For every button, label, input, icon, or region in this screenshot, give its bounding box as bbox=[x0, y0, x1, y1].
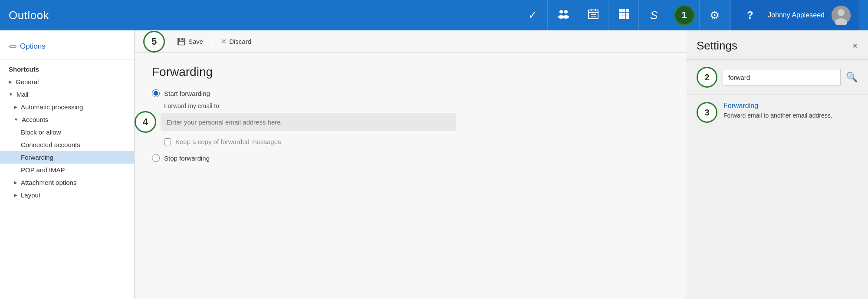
number-1-badge-btn[interactable]: 1 bbox=[669, 0, 700, 30]
start-forwarding-row: Start forwarding bbox=[152, 89, 668, 97]
start-forwarding-label[interactable]: Start forwarding bbox=[164, 90, 210, 97]
keep-copy-label[interactable]: Keep a copy of forwarded messages bbox=[175, 138, 281, 145]
sidebar-item-shortcuts-label: Shortcuts bbox=[9, 66, 39, 73]
apps-icon bbox=[618, 8, 629, 22]
topnav-icon-group: ✓ S 1 ⚙ bbox=[517, 0, 730, 30]
sidebar-item-layout-label: Layout bbox=[21, 191, 40, 199]
topnav-right: ? Johnny Appleseed bbox=[730, 0, 859, 30]
svg-rect-15 bbox=[626, 13, 629, 16]
sidebar-item-attachment-options-label: Attachment options bbox=[21, 179, 76, 186]
toolbar-number-5-badge: 5 bbox=[143, 31, 165, 53]
svg-rect-17 bbox=[622, 16, 625, 19]
svg-rect-11 bbox=[622, 9, 625, 12]
people-icon bbox=[557, 8, 569, 23]
main-layout: ⇦ Options Shortcuts General Mail Automat… bbox=[0, 30, 868, 299]
start-forwarding-radio[interactable] bbox=[152, 89, 160, 97]
forwarding-result-link[interactable]: Forwarding bbox=[723, 102, 832, 110]
settings-result-content: Forwarding Forward email to another emai… bbox=[723, 102, 832, 123]
tasks-icon: ✓ bbox=[528, 9, 537, 21]
forward-my-email-label: Forward my email to: bbox=[164, 102, 668, 109]
sidebar-item-layout[interactable]: Layout bbox=[0, 189, 134, 201]
app-logo: Outlook bbox=[9, 9, 49, 22]
options-label: Options bbox=[20, 42, 46, 51]
keep-copy-row: Keep a copy of forwarded messages bbox=[164, 138, 668, 145]
stop-forwarding-radio[interactable] bbox=[152, 154, 160, 162]
stop-forwarding-label[interactable]: Stop forwarding bbox=[164, 154, 210, 162]
form-area: Forwarding Start forwarding Forward my e… bbox=[135, 53, 686, 299]
settings-icon-btn[interactable]: ⚙ bbox=[700, 0, 730, 30]
settings-close-button[interactable]: × bbox=[852, 41, 858, 51]
number-2-badge: 2 bbox=[697, 67, 717, 88]
topnav: Outlook ✓ S 1 ⚙ bbox=[0, 0, 868, 30]
sidebar-item-automatic-processing-label: Automatic processing bbox=[21, 103, 83, 111]
sidebar-item-block-or-allow[interactable]: Block or allow bbox=[0, 126, 134, 138]
toolbar-separator bbox=[212, 36, 212, 47]
sidebar-item-forwarding[interactable]: Forwarding bbox=[0, 151, 134, 164]
stop-forwarding-row: Stop forwarding bbox=[152, 154, 668, 162]
back-icon: ⇦ bbox=[9, 41, 16, 52]
email-input[interactable] bbox=[161, 113, 456, 131]
svg-rect-14 bbox=[622, 13, 625, 16]
tasks-icon-btn[interactable]: ✓ bbox=[517, 0, 548, 30]
search-icon[interactable]: 🔍 bbox=[846, 72, 858, 83]
sidebar-item-pop-imap-label: POP and IMAP bbox=[21, 166, 65, 174]
help-button[interactable]: ? bbox=[739, 0, 761, 30]
sidebar-item-forwarding-label: Forwarding bbox=[21, 154, 53, 161]
number-3-badge: 3 bbox=[697, 102, 717, 123]
sidebar-item-automatic-processing[interactable]: Automatic processing bbox=[0, 101, 134, 113]
settings-icon: ⚙ bbox=[710, 9, 720, 22]
svg-rect-12 bbox=[626, 9, 629, 12]
forwarding-result-desc: Forward email to another email address. bbox=[723, 112, 832, 119]
calendar-icon bbox=[588, 8, 599, 22]
sidebar-item-accounts-label: Accounts bbox=[22, 116, 49, 123]
settings-panel: Settings × 2 🔍 3 Forwarding Forward emai… bbox=[686, 30, 868, 299]
sidebar-item-connected-accounts-label: Connected accounts bbox=[21, 141, 80, 148]
sidebar-item-accounts[interactable]: Accounts bbox=[0, 113, 134, 126]
avatar[interactable] bbox=[832, 6, 851, 25]
calendar-icon-btn[interactable] bbox=[578, 0, 608, 30]
settings-title: Settings bbox=[697, 39, 737, 53]
number-4-badge: 4 bbox=[135, 111, 156, 133]
svg-point-20 bbox=[838, 9, 845, 16]
sidebar-item-shortcuts[interactable]: Shortcuts bbox=[0, 63, 134, 76]
discard-icon: ✕ bbox=[221, 37, 227, 46]
toolbar: 5 💾 Save ✕ Discard bbox=[135, 30, 686, 53]
svg-rect-16 bbox=[619, 16, 622, 19]
skype-icon: S bbox=[650, 9, 658, 22]
sidebar: ⇦ Options Shortcuts General Mail Automat… bbox=[0, 30, 135, 299]
svg-point-3 bbox=[563, 15, 569, 19]
sidebar-item-general-label: General bbox=[16, 78, 39, 85]
number-1-circle: 1 bbox=[674, 5, 695, 26]
svg-rect-10 bbox=[619, 9, 622, 12]
sidebar-item-mail-label: Mail bbox=[16, 91, 29, 98]
settings-header: Settings × bbox=[686, 30, 868, 60]
save-icon: 💾 bbox=[177, 37, 186, 46]
settings-search-input[interactable] bbox=[723, 69, 841, 85]
apps-icon-btn[interactable] bbox=[608, 0, 639, 30]
settings-search-area: 2 🔍 bbox=[686, 60, 868, 95]
content-area: 5 💾 Save ✕ Discard Forwarding Start forw… bbox=[135, 30, 686, 299]
options-back-link[interactable]: ⇦ Options bbox=[0, 37, 134, 59]
sidebar-item-block-or-allow-label: Block or allow bbox=[21, 128, 61, 136]
help-icon: ? bbox=[747, 9, 753, 21]
skype-icon-btn[interactable]: S bbox=[639, 0, 669, 30]
form-title: Forwarding bbox=[152, 65, 668, 79]
discard-button[interactable]: ✕ Discard bbox=[214, 34, 258, 49]
discard-label: Discard bbox=[229, 38, 251, 45]
forward-input-wrapper: 4 bbox=[161, 113, 668, 131]
sidebar-item-connected-accounts[interactable]: Connected accounts bbox=[0, 138, 134, 151]
keep-copy-checkbox[interactable] bbox=[164, 138, 171, 145]
svg-rect-18 bbox=[626, 16, 629, 19]
username-label: Johnny Appleseed bbox=[768, 11, 825, 19]
settings-result-area: 3 Forwarding Forward email to another em… bbox=[686, 95, 868, 130]
sidebar-item-attachment-options[interactable]: Attachment options bbox=[0, 176, 134, 189]
sidebar-item-pop-imap[interactable]: POP and IMAP bbox=[0, 164, 134, 176]
svg-point-2 bbox=[564, 10, 568, 13]
svg-rect-13 bbox=[619, 13, 622, 16]
svg-point-0 bbox=[559, 10, 563, 13]
sidebar-item-general[interactable]: General bbox=[0, 76, 134, 88]
people-icon-btn[interactable] bbox=[548, 0, 578, 30]
sidebar-item-mail[interactable]: Mail bbox=[0, 88, 134, 101]
save-button[interactable]: 💾 Save bbox=[170, 34, 210, 49]
save-label: Save bbox=[188, 38, 203, 45]
